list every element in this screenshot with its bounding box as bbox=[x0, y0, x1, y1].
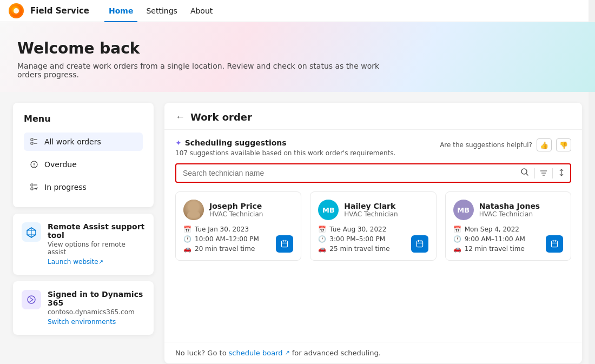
app-title: Field Service bbox=[30, 6, 89, 16]
svg-point-17 bbox=[28, 296, 35, 303]
tech-info-joseph: Joseph Price HVAC Technician bbox=[209, 202, 263, 218]
svg-rect-24 bbox=[282, 241, 288, 247]
nav-home[interactable]: Home bbox=[104, 0, 137, 22]
tech-header-natasha: MB Natasha Jones HVAC Technician bbox=[453, 200, 563, 220]
dynamics-title: Signed in to Dynamics 365 bbox=[48, 290, 145, 307]
sort-button[interactable] bbox=[552, 168, 570, 178]
top-nav: Field Service Home Settings About bbox=[0, 0, 595, 22]
sidebar-item-overdue[interactable]: Overdue bbox=[24, 155, 143, 174]
filter-button[interactable] bbox=[534, 168, 552, 178]
external-link-icon: ↗ bbox=[98, 259, 103, 266]
hero-subtitle: Manage and create work orders from a sin… bbox=[17, 62, 385, 79]
time-joseph: 10:00 AM–12:00 PM bbox=[195, 235, 259, 243]
hero-banner: Welcome back Manage and create work orde… bbox=[0, 22, 595, 92]
travel-icon-hailey: 🚗 bbox=[318, 245, 326, 253]
dynamics-desc: contoso.dynamics365.com bbox=[48, 308, 145, 316]
sched-header: ✦ Scheduling suggestions bbox=[175, 138, 395, 147]
avatar-joseph bbox=[183, 200, 204, 220]
remote-assist-icon-box bbox=[22, 222, 41, 242]
search-input[interactable] bbox=[176, 164, 515, 182]
tech-name-hailey: Hailey Clark bbox=[344, 202, 398, 210]
remote-assist-link[interactable]: Launch website bbox=[48, 258, 98, 266]
book-button-hailey[interactable] bbox=[411, 235, 428, 253]
sidebar-menu: Menu All work orders bbox=[13, 103, 154, 207]
in-progress-icon bbox=[29, 182, 39, 192]
time-hailey: 3:00 PM–5:00 PM bbox=[329, 235, 385, 243]
dynamics-card: Signed in to Dynamics 365 contoso.dynami… bbox=[13, 281, 154, 335]
date-natasha: Mon Sep 4, 2022 bbox=[465, 226, 519, 233]
tech-header-hailey: MB Hailey Clark HVAC Technician bbox=[318, 200, 428, 220]
book-button-natasha[interactable] bbox=[546, 235, 563, 253]
tech-info-hailey: Hailey Clark HVAC Technician bbox=[344, 202, 398, 218]
main-content: Menu All work orders bbox=[0, 92, 595, 364]
tech-info-natasha: Natasha Jones HVAC Technician bbox=[479, 202, 540, 218]
tech-name-natasha: Natasha Jones bbox=[479, 202, 540, 210]
svg-rect-4 bbox=[31, 142, 33, 144]
travel-icon-natasha: 🚗 bbox=[453, 245, 461, 253]
svg-rect-9 bbox=[31, 184, 33, 186]
panel-body: ✦ Scheduling suggestions 107 suggestions… bbox=[164, 130, 582, 342]
sched-top-row: ✦ Scheduling suggestions 107 suggestions… bbox=[175, 138, 571, 163]
thumbs-down-button[interactable]: 👎 bbox=[556, 138, 571, 151]
work-order-panel: ← Work order ✦ Scheduling suggestions 10… bbox=[164, 103, 582, 363]
remote-assist-title: Remote Assist support tool bbox=[48, 222, 145, 240]
nav-about[interactable]: About bbox=[186, 0, 217, 22]
calendar-icon-hailey: 📅 bbox=[318, 226, 326, 233]
sidebar-item-in-progress[interactable]: In progress bbox=[24, 178, 143, 196]
footer-prefix: No luck? Go to bbox=[175, 349, 227, 357]
travel-joseph: 20 min travel time bbox=[195, 245, 255, 253]
back-button[interactable]: ← bbox=[175, 111, 185, 123]
svg-point-8 bbox=[34, 166, 35, 167]
helpful-label: Are the suggestions helpful? bbox=[440, 141, 532, 149]
overdue-icon bbox=[29, 160, 39, 169]
svg-point-1 bbox=[14, 8, 19, 14]
panel-title: Work order bbox=[190, 111, 252, 123]
remote-assist-desc: View options for remote assist bbox=[48, 241, 145, 256]
footer-suffix: for advanced scheduling. bbox=[292, 349, 381, 357]
tech-role-natasha: HVAC Technician bbox=[479, 210, 540, 218]
tech-name-joseph: Joseph Price bbox=[209, 202, 263, 210]
svg-rect-2 bbox=[31, 138, 33, 141]
tech-card-hailey: MB Hailey Clark HVAC Technician 📅 Tue Au… bbox=[310, 191, 436, 261]
helpful-row: Are the suggestions helpful? 👍 👎 bbox=[440, 138, 571, 151]
tech-role-hailey: HVAC Technician bbox=[344, 210, 398, 218]
tech-role-joseph: HVAC Technician bbox=[209, 210, 263, 218]
thumbs-up-button[interactable]: 👍 bbox=[537, 138, 552, 151]
tech-header-joseph: Joseph Price HVAC Technician bbox=[183, 200, 293, 220]
sched-left: ✦ Scheduling suggestions 107 suggestions… bbox=[175, 138, 395, 163]
travel-natasha: 12 min travel time bbox=[465, 245, 525, 253]
avatar-hailey: MB bbox=[318, 200, 339, 220]
app-logo bbox=[9, 3, 24, 18]
date-hailey: Tue Aug 30, 2022 bbox=[329, 226, 386, 233]
schedule-board-link[interactable]: schedule board bbox=[229, 349, 283, 357]
sparkle-icon: ✦ bbox=[175, 138, 182, 147]
hero-heading: Welcome back bbox=[17, 39, 578, 57]
panel-header: ← Work order bbox=[164, 103, 582, 130]
overdue-label: Overdue bbox=[44, 160, 77, 169]
all-work-orders-label: All work orders bbox=[44, 137, 101, 146]
remote-assist-card: Remote Assist support tool View options … bbox=[13, 214, 154, 275]
nav-settings[interactable]: Settings bbox=[142, 0, 181, 22]
travel-hailey: 25 min travel time bbox=[329, 245, 389, 253]
tech-card-natasha: MB Natasha Jones HVAC Technician 📅 Mon S… bbox=[445, 191, 571, 261]
book-button-joseph[interactable] bbox=[276, 235, 293, 253]
time-natasha: 9:00 AM–11:00 AM bbox=[465, 235, 525, 243]
travel-icon-joseph: 🚗 bbox=[183, 245, 191, 253]
calendar-icon-natasha: 📅 bbox=[453, 226, 461, 233]
remote-assist-info: Remote Assist support tool View options … bbox=[48, 222, 145, 266]
date-joseph: Tue Jan 30, 2023 bbox=[195, 226, 249, 233]
search-container bbox=[175, 163, 571, 183]
menu-title: Menu bbox=[24, 114, 143, 124]
tech-card-joseph: Joseph Price HVAC Technician 📅 Tue Jan 3… bbox=[175, 191, 301, 261]
in-progress-label: In progress bbox=[44, 183, 87, 191]
sidebar-item-all-work-orders[interactable]: All work orders bbox=[24, 133, 143, 151]
clock-icon-hailey: 🕐 bbox=[318, 235, 326, 243]
sched-subtitle: 107 suggestions available based on this … bbox=[175, 149, 395, 157]
svg-line-19 bbox=[526, 174, 528, 175]
clock-icon-joseph: 🕐 bbox=[183, 235, 191, 243]
dynamics-icon-box bbox=[22, 290, 41, 309]
search-button[interactable] bbox=[515, 168, 534, 178]
dynamics-link[interactable]: Switch environments bbox=[48, 318, 116, 326]
sidebar-stack: Menu All work orders bbox=[13, 103, 154, 363]
svg-rect-28 bbox=[416, 241, 422, 247]
